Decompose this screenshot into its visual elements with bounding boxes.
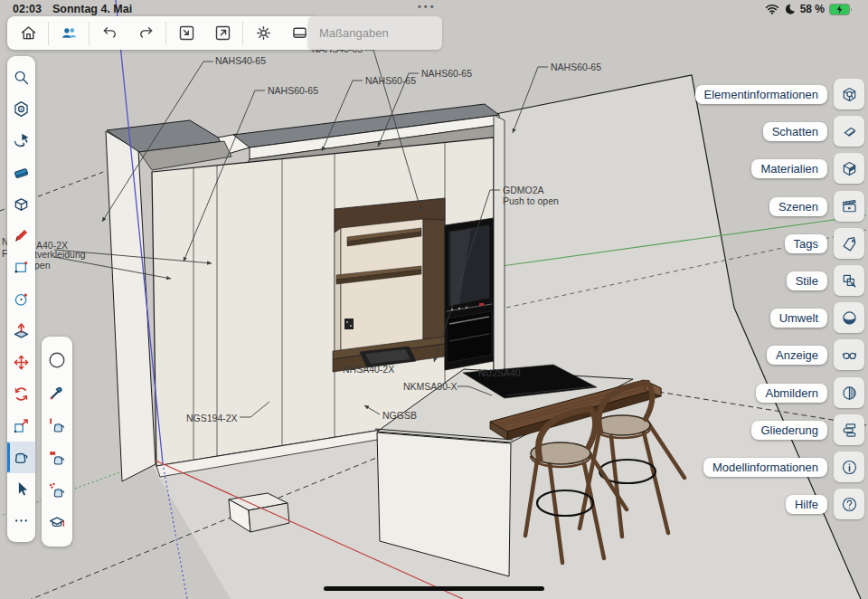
settings-button[interactable] (245, 18, 281, 48)
shapes-tool-button[interactable] (7, 188, 35, 220)
panel-button-tags[interactable]: Tags (785, 234, 827, 253)
rectangle-tool-button[interactable] (7, 252, 35, 283)
paint-area-icon (47, 448, 67, 468)
undo-button[interactable] (91, 18, 127, 48)
eyedropper-icon (47, 383, 67, 403)
shadows-icon (840, 122, 859, 141)
scenes-icon (840, 197, 859, 216)
circle-icon (12, 290, 31, 309)
more-tools-tool-button[interactable] (7, 505, 35, 537)
paint-single-icon (47, 415, 67, 435)
panel-button-materials[interactable]: Materialien (751, 159, 827, 178)
home-indicator[interactable] (324, 586, 544, 591)
eyedropper-button[interactable] (42, 376, 72, 409)
redo-button[interactable] (127, 18, 164, 48)
zoom-tool-button[interactable] (7, 62, 35, 93)
help-icon-button[interactable] (834, 489, 864, 519)
soften-icon (840, 384, 859, 403)
circle-tool-button[interactable] (7, 283, 35, 315)
undo-icon (100, 24, 119, 43)
tags-icon-button[interactable] (834, 228, 864, 259)
panel-button-display[interactable]: Anzeige (767, 346, 827, 365)
styles-icon (840, 271, 859, 290)
tags-icon (840, 234, 859, 253)
eraser-icon (12, 163, 31, 182)
people-icon (60, 24, 79, 43)
redo-icon (137, 24, 156, 43)
panel-row: Szenen (769, 191, 864, 222)
panel-button-styles[interactable]: Stile (787, 271, 827, 290)
toolbar-divider (48, 22, 49, 45)
smart-select-icon (12, 131, 31, 150)
panel-button-help[interactable]: Hilfe (786, 495, 827, 514)
model-info-icon-button[interactable] (834, 452, 864, 482)
measurements-input[interactable] (317, 25, 433, 41)
color-swatch-button[interactable] (42, 344, 72, 376)
panel-row: Modellinformationen (703, 452, 864, 482)
help-icon (840, 495, 859, 514)
panel-button-outliner[interactable]: Gliederung (751, 421, 827, 440)
panel-button-model-info[interactable]: Modellinformationen (703, 458, 827, 477)
collaborate-button[interactable] (51, 18, 87, 48)
paint-single-button[interactable] (42, 409, 72, 442)
display-icon-button[interactable] (834, 339, 864, 370)
panel-row: Anzeige (767, 339, 864, 370)
toolbar-divider (242, 22, 243, 45)
panel-row: Umwelt (770, 302, 864, 333)
panel-button-environment[interactable]: Umwelt (770, 309, 827, 328)
tutorial-button[interactable] (42, 507, 72, 539)
more-dots-icon (12, 511, 31, 530)
status-bar-right: 58 % (765, 3, 854, 15)
push-pull-tool-button[interactable] (7, 315, 35, 347)
color-swatch-icon (47, 350, 67, 370)
scale-tool-button[interactable] (7, 410, 35, 442)
push-pull-icon (12, 321, 31, 340)
home-button[interactable] (10, 18, 46, 48)
panel-row: Schatten (763, 116, 864, 147)
components-tool-button[interactable] (7, 93, 35, 125)
environment-icon (840, 309, 859, 328)
smart-select-tool-button[interactable] (7, 125, 35, 157)
panel-button-shadows[interactable]: Schatten (763, 122, 827, 141)
share-icon (213, 24, 232, 43)
paint-tool-button[interactable] (7, 442, 35, 473)
measurements-box (308, 16, 442, 50)
paint-all-button[interactable] (42, 474, 72, 507)
select-arrow-icon (12, 480, 31, 499)
pencil-tool-button[interactable] (7, 220, 35, 252)
shadows-icon-button[interactable] (834, 116, 864, 147)
soften-icon-button[interactable] (834, 377, 864, 408)
battery-percent: 58 % (800, 3, 825, 15)
panel-button-soften[interactable]: Abmildern (756, 384, 827, 403)
share-export-button[interactable] (204, 18, 241, 48)
multitask-handle[interactable]: ••• (418, 1, 437, 12)
panel-row: Elementinformationen (695, 79, 864, 109)
rotate-tool-button[interactable] (7, 378, 35, 410)
scenes-icon-button[interactable] (834, 191, 864, 222)
shapes-icon (12, 195, 31, 214)
outliner-icon-button[interactable] (834, 414, 864, 445)
panel-button-entity-info[interactable]: Elementinformationen (695, 85, 827, 104)
toolbar-divider (165, 22, 166, 45)
eraser-tool-button[interactable] (7, 157, 35, 188)
styles-icon-button[interactable] (834, 265, 864, 296)
panel-row: Materialien (751, 153, 864, 184)
paint-sub-palette (42, 337, 72, 547)
panel-button-scenes[interactable]: Szenen (769, 197, 827, 216)
battery-charging-icon (829, 4, 854, 15)
device-icon (290, 24, 309, 43)
move-icon (12, 353, 31, 372)
panel-row: Stile (787, 265, 864, 296)
panel-row: Gliederung (751, 414, 864, 445)
materials-icon-button[interactable] (834, 153, 864, 184)
import-icon (177, 24, 196, 43)
gear-icon (254, 24, 273, 43)
paint-area-button[interactable] (42, 442, 72, 474)
move-tool-button[interactable] (7, 347, 35, 378)
entity-info-icon-button[interactable] (834, 79, 864, 109)
select-tool-button[interactable] (7, 473, 35, 505)
zoom-icon (12, 68, 31, 87)
panel-row: Abmildern (756, 377, 864, 408)
import-model-button[interactable] (168, 18, 204, 48)
environment-icon-button[interactable] (834, 302, 864, 333)
